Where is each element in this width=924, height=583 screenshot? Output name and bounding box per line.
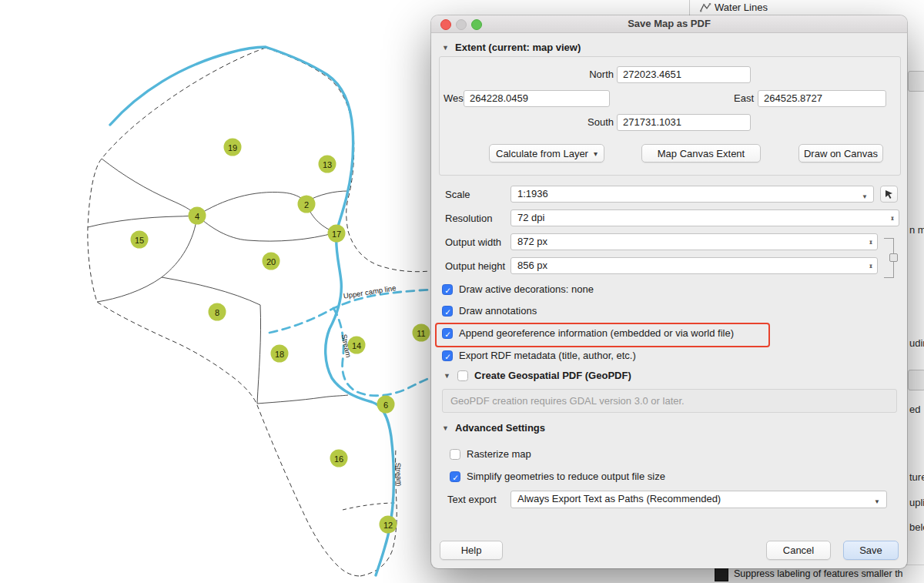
geopdf-note: GeoPDF creation requires GDAL version 3.… [442,389,897,413]
east-label: East [730,92,754,104]
line-layer-icon [699,2,711,17]
panel-icon-button[interactable] [908,71,924,92]
output-height-label: Output height [445,260,505,272]
qgis-window: 191324171520811141861612Upper camp lineS… [0,0,924,583]
scale-label: Scale [445,189,470,200]
west-input[interactable]: 264228.0459 [464,90,610,107]
disclosure-triangle-advanced[interactable] [442,424,449,432]
set-scale-from-canvas-button[interactable] [880,186,898,203]
lock-aspect-ratio-icon[interactable] [884,238,894,278]
append-georeference-label: Append georeference information (embedde… [459,327,734,339]
stream-line [110,47,393,575]
resolution-label: Resolution [445,213,492,224]
water-line-dashed [270,290,430,333]
south-label: South [547,116,614,128]
occluded-panel-text: udin [909,337,924,349]
parcel-boundary [88,48,360,576]
occluded-panel-text: ed [909,404,920,415]
advanced-settings-header: Advanced Settings [455,422,545,434]
close-button[interactable] [440,19,451,30]
dialog-title: Save Map as PDF [431,15,907,32]
create-geopdf-label: Create Geospatial PDF (GeoPDF) [474,370,631,381]
draw-decorations-checkbox[interactable] [442,284,453,295]
color-swatch[interactable] [715,568,728,581]
occluded-panel-text: n m [909,224,924,236]
layer-name[interactable]: Water Lines [715,2,768,13]
output-width-spinbox[interactable]: 872 px [511,233,878,250]
export-rdf-checkbox[interactable] [442,350,453,361]
help-button[interactable]: Help [440,541,503,560]
output-width-label: Output width [445,236,501,248]
extent-section-header: Extent (current: map view) [455,42,581,53]
parcel-boundary [266,48,354,231]
parcel-interior-lines [88,159,348,404]
cancel-button[interactable]: Cancel [766,541,831,560]
occluded-panel-text: bele [909,521,924,533]
draw-annotations-checkbox[interactable] [442,306,453,317]
simplify-geometries-checkbox[interactable] [450,471,460,482]
simplify-geometries-label: Simplify geometries to reduce output fil… [467,471,665,482]
resolution-spinbox[interactable]: 72 dpi [511,209,899,226]
draw-on-canvas-button[interactable]: Draw on Canvas [798,144,883,163]
panel-divider [689,0,690,16]
parcel-boundary [343,503,396,510]
north-label: North [547,69,614,80]
occluded-panel-text: ture [909,471,924,483]
append-georeference-checkbox[interactable] [442,328,453,339]
parcel-boundary [348,231,430,272]
cursor-icon [884,189,894,199]
save-map-as-pdf-dialog: Save Map as PDF Extent (current: map vie… [431,15,907,568]
minimize-button[interactable] [456,19,467,30]
draw-decorations-label: Draw active decorations: none [459,283,594,295]
scale-combobox[interactable]: 1:1936 [511,186,874,203]
zoom-button[interactable] [471,19,482,30]
disclosure-triangle-geopdf[interactable] [444,372,450,380]
create-geopdf-checkbox[interactable] [457,370,468,381]
text-export-dropdown[interactable]: Always Export Text as Paths (Recommended… [511,491,887,508]
suppress-label: Suppress labeling of features smaller th [734,568,903,579]
output-height-spinbox[interactable]: 856 px [511,257,878,274]
panel-icon-button[interactable] [908,370,924,390]
rasterize-map-checkbox[interactable] [450,449,460,460]
disclosure-triangle-extent[interactable] [442,44,449,52]
layers-panel-fragment: Water Lines [689,0,924,16]
north-input[interactable]: 272023.4651 [617,66,751,83]
west-label: West [444,92,466,104]
map-canvas-extent-button[interactable]: Map Canvas Extent [641,144,761,163]
water-line-dashed [333,308,431,396]
save-button[interactable]: Save [843,541,899,560]
export-rdf-label: Export RDF metadata (title, author, etc.… [459,350,636,361]
draw-annotations-label: Draw annotations [459,305,537,317]
calculate-from-layer-button[interactable]: Calculate from Layer [489,144,604,163]
south-input[interactable]: 271731.1031 [617,114,751,131]
text-export-label: Text export [447,494,497,505]
dialog-titlebar[interactable]: Save Map as PDF [431,15,907,33]
occluded-panel-text: upli [909,497,924,508]
rasterize-map-label: Rasterize map [467,448,531,460]
east-input[interactable]: 264525.8727 [758,90,886,107]
